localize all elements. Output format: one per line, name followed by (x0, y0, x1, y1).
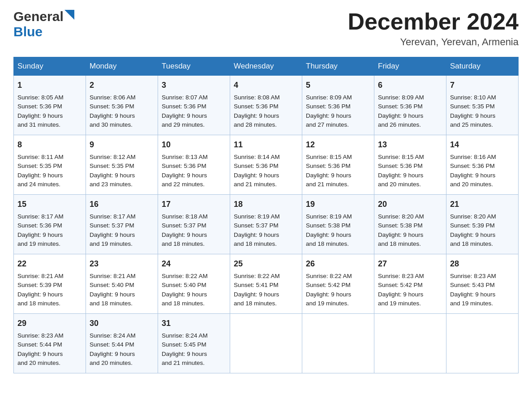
sunset-label: Sunset: 5:35 PM (450, 103, 495, 110)
daylight-label: Daylight: 9 hours (234, 291, 279, 298)
sunset-label: Sunset: 5:36 PM (450, 163, 495, 169)
calendar-cell: 3 Sunrise: 8:07 AM Sunset: 5:36 PM Dayli… (158, 76, 230, 135)
sunset-label: Sunset: 5:36 PM (162, 163, 206, 169)
calendar-cell: 26 Sunrise: 8:22 AM Sunset: 5:42 PM Dayl… (302, 254, 374, 314)
calendar-cell: 28 Sunrise: 8:23 AM Sunset: 5:43 PM Dayl… (446, 254, 519, 314)
sunrise-label: Sunrise: 8:23 AM (378, 273, 424, 279)
daylight-label: Daylight: 9 hours (90, 112, 135, 119)
day-number: 20 (378, 198, 442, 210)
calendar-cell: 12 Sunrise: 8:15 AM Sunset: 5:36 PM Dayl… (302, 135, 374, 195)
calendar-cell: 7 Sunrise: 8:10 AM Sunset: 5:35 PM Dayli… (446, 76, 519, 135)
sunset-label: Sunset: 5:38 PM (306, 222, 351, 229)
daylight-continued: and 31 minutes. (17, 121, 60, 128)
daylight-label: Daylight: 9 hours (162, 291, 207, 298)
daylight-continued: and 20 minutes. (378, 181, 421, 188)
day-number: 1 (17, 79, 82, 91)
day-number: 4 (234, 79, 298, 91)
day-number: 22 (17, 258, 82, 270)
calendar-cell: 29 Sunrise: 8:23 AM Sunset: 5:44 PM Dayl… (14, 314, 86, 373)
daylight-label: Daylight: 9 hours (378, 231, 423, 238)
sunrise-label: Sunrise: 8:06 AM (90, 94, 136, 101)
daylight-continued: and 18 minutes. (234, 240, 277, 247)
daylight-continued: and 18 minutes. (162, 240, 205, 247)
calendar-cell: 2 Sunrise: 8:06 AM Sunset: 5:36 PM Dayli… (86, 76, 158, 135)
logo-general-text: General (13, 9, 64, 24)
daylight-continued: and 19 minutes. (378, 300, 421, 307)
day-number: 11 (234, 139, 298, 151)
calendar-cell: 13 Sunrise: 8:15 AM Sunset: 5:36 PM Dayl… (374, 135, 446, 195)
calendar-header-row: SundayMondayTuesdayWednesdayThursdayFrid… (14, 57, 519, 76)
sunset-label: Sunset: 5:41 PM (234, 282, 279, 288)
sunrise-label: Sunrise: 8:05 AM (17, 94, 64, 101)
calendar-cell: 22 Sunrise: 8:21 AM Sunset: 5:39 PM Dayl… (14, 254, 86, 314)
calendar-cell: 19 Sunrise: 8:19 AM Sunset: 5:38 PM Dayl… (302, 195, 374, 254)
sunrise-label: Sunrise: 8:23 AM (450, 273, 496, 279)
sunrise-label: Sunrise: 8:22 AM (306, 273, 352, 279)
calendar-cell (302, 314, 374, 373)
calendar-cell: 20 Sunrise: 8:20 AM Sunset: 5:38 PM Dayl… (374, 195, 446, 254)
daylight-label: Daylight: 9 hours (234, 231, 279, 238)
header-thursday: Thursday (302, 57, 374, 76)
sunrise-label: Sunrise: 8:15 AM (306, 154, 352, 160)
calendar-cell: 17 Sunrise: 8:18 AM Sunset: 5:37 PM Dayl… (158, 195, 230, 254)
calendar-cell: 27 Sunrise: 8:23 AM Sunset: 5:42 PM Dayl… (374, 254, 446, 314)
sunset-label: Sunset: 5:36 PM (90, 103, 134, 110)
sunset-label: Sunset: 5:44 PM (17, 341, 62, 348)
daylight-continued: and 18 minutes. (162, 300, 205, 307)
day-number: 16 (90, 198, 154, 210)
sunrise-label: Sunrise: 8:19 AM (234, 213, 280, 220)
calendar-cell: 15 Sunrise: 8:17 AM Sunset: 5:36 PM Dayl… (14, 195, 86, 254)
daylight-label: Daylight: 9 hours (162, 231, 207, 238)
sunrise-label: Sunrise: 8:15 AM (378, 154, 424, 160)
sunset-label: Sunset: 5:36 PM (378, 163, 423, 169)
day-number: 3 (162, 79, 226, 91)
logo: General Blue (13, 9, 74, 39)
daylight-continued: and 18 minutes. (306, 240, 349, 247)
sunset-label: Sunset: 5:35 PM (17, 163, 62, 169)
daylight-label: Daylight: 9 hours (378, 112, 423, 119)
sunrise-label: Sunrise: 8:16 AM (450, 154, 496, 160)
sunset-label: Sunset: 5:37 PM (90, 222, 134, 229)
calendar-cell: 24 Sunrise: 8:22 AM Sunset: 5:40 PM Dayl… (158, 254, 230, 314)
calendar-cell: 8 Sunrise: 8:11 AM Sunset: 5:35 PM Dayli… (14, 135, 86, 195)
calendar-cell: 4 Sunrise: 8:08 AM Sunset: 5:36 PM Dayli… (230, 76, 302, 135)
sunrise-label: Sunrise: 8:20 AM (378, 213, 424, 220)
daylight-continued: and 24 minutes. (17, 181, 60, 188)
daylight-continued: and 19 minutes. (450, 300, 493, 307)
daylight-continued: and 19 minutes. (17, 240, 60, 247)
daylight-continued: and 19 minutes. (306, 300, 349, 307)
day-number: 5 (306, 79, 370, 91)
daylight-label: Daylight: 9 hours (17, 231, 63, 238)
sunrise-label: Sunrise: 8:13 AM (162, 154, 208, 160)
daylight-continued: and 21 minutes. (306, 181, 349, 188)
header-wednesday: Wednesday (230, 57, 302, 76)
day-number: 28 (450, 258, 515, 270)
day-number: 25 (234, 258, 298, 270)
calendar-cell: 6 Sunrise: 8:09 AM Sunset: 5:36 PM Dayli… (374, 76, 446, 135)
header-monday: Monday (86, 57, 158, 76)
sunset-label: Sunset: 5:43 PM (450, 282, 495, 288)
day-number: 21 (450, 198, 515, 210)
daylight-continued: and 28 minutes. (234, 121, 277, 128)
daylight-label: Daylight: 9 hours (90, 351, 135, 357)
header-saturday: Saturday (446, 57, 519, 76)
daylight-label: Daylight: 9 hours (17, 291, 63, 298)
daylight-label: Daylight: 9 hours (17, 351, 63, 357)
daylight-label: Daylight: 9 hours (450, 291, 495, 298)
day-number: 27 (378, 258, 442, 270)
day-number: 10 (162, 139, 226, 151)
sunrise-label: Sunrise: 8:24 AM (90, 332, 136, 339)
sunset-label: Sunset: 5:36 PM (234, 163, 279, 169)
day-number: 6 (378, 79, 442, 91)
day-number: 2 (90, 79, 154, 91)
calendar-cell: 23 Sunrise: 8:21 AM Sunset: 5:40 PM Dayl… (86, 254, 158, 314)
sunset-label: Sunset: 5:37 PM (162, 222, 206, 229)
sunrise-label: Sunrise: 8:08 AM (234, 94, 280, 101)
sunset-label: Sunset: 5:39 PM (17, 282, 62, 288)
daylight-continued: and 18 minutes. (234, 300, 277, 307)
sunset-label: Sunset: 5:36 PM (306, 163, 351, 169)
logo-blue-text: Blue (13, 24, 43, 39)
daylight-label: Daylight: 9 hours (378, 291, 423, 298)
daylight-label: Daylight: 9 hours (306, 291, 351, 298)
daylight-continued: and 19 minutes. (90, 240, 133, 247)
